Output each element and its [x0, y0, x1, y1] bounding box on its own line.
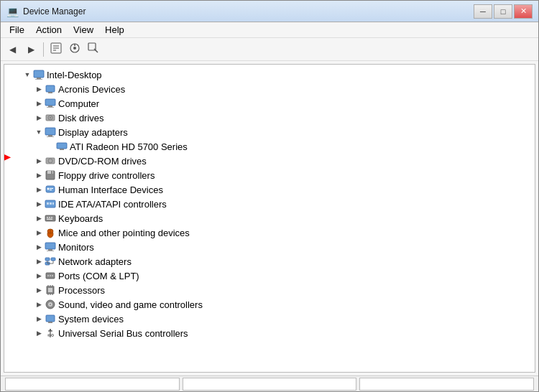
menu-action[interactable]: Action — [30, 23, 68, 37]
toolbar: ◀ ▶ — [1, 38, 538, 61]
mice-expander[interactable]: ▶ — [33, 227, 45, 238]
svg-rect-16 — [47, 107, 54, 108]
update-button[interactable] — [66, 41, 83, 58]
back-icon: ◀ — [9, 45, 16, 55]
minimize-button[interactable]: ─ — [474, 4, 492, 19]
processors-icon — [45, 284, 56, 296]
disk-expander[interactable]: ▶ — [33, 112, 45, 123]
back-button[interactable]: ◀ — [4, 41, 21, 58]
svg-point-31 — [47, 188, 50, 190]
root-icon — [33, 69, 45, 80]
svg-rect-33 — [50, 190, 52, 190]
ports-label: Ports (COM & LPT) — [58, 271, 139, 281]
forward-icon: ▶ — [28, 45, 34, 55]
properties-button[interactable] — [47, 41, 65, 58]
svg-rect-20 — [45, 128, 55, 135]
main-content: ➤ ▼ Intel-Desktop ▶ — [1, 61, 538, 375]
svg-rect-50 — [51, 258, 55, 261]
hid-expander[interactable]: ▶ — [33, 184, 45, 195]
status-section-1 — [5, 378, 180, 391]
keyboards-icon — [45, 213, 56, 224]
computer-icon — [45, 98, 56, 109]
tree-node-mice[interactable]: ▶ Mice and other pointing devices — [22, 225, 535, 240]
svg-rect-42 — [47, 219, 52, 220]
toolbar-separator-1 — [43, 42, 44, 57]
hid-label: Human Interface Devices — [58, 185, 163, 195]
menu-view[interactable]: View — [68, 23, 99, 37]
svg-point-69 — [50, 304, 51, 305]
tree-node-sound[interactable]: ▶ Sound, video and game controllers — [22, 297, 535, 312]
computer-label: Computer — [58, 98, 99, 109]
ide-expander[interactable]: ▶ — [33, 198, 45, 210]
svg-point-19 — [50, 117, 51, 118]
floppy-label: Floppy drive controllers — [58, 170, 155, 181]
svg-point-56 — [47, 275, 49, 276]
tree-node-hid[interactable]: ▶ Human Interface Devices — [22, 182, 535, 197]
status-bar — [1, 375, 538, 391]
monitors-expander[interactable]: ▶ — [33, 241, 45, 253]
tree-node-keyboards[interactable]: ▶ Keyboards — [22, 211, 535, 225]
svg-point-5 — [73, 47, 76, 50]
tree-node-ide[interactable]: ▶ IDE ATA/ATAPI controllers — [22, 197, 535, 211]
tree-node-dvd[interactable]: ▶ DVD/CD-ROM drives — [22, 154, 535, 168]
svg-rect-22 — [47, 136, 54, 137]
usb-expander[interactable]: ▶ — [33, 327, 45, 339]
floppy-icon — [45, 169, 56, 181]
tree-node-ati[interactable]: ▶ ATI Radeon HD 5700 Series — [22, 139, 535, 154]
svg-rect-60 — [48, 288, 52, 292]
display-label: Display adapters — [58, 127, 128, 138]
tree-node-root[interactable]: ▼ Intel-Desktop — [22, 67, 535, 82]
svg-point-57 — [50, 275, 51, 276]
status-section-3 — [359, 378, 534, 391]
tree-node-ports[interactable]: ▶ Ports (COM & LPT) — [22, 269, 535, 283]
dvd-icon — [45, 155, 56, 167]
svg-point-58 — [52, 275, 53, 276]
title-bar: 💻 Device Manager ─ □ ✕ — [1, 1, 538, 22]
tree-node-system[interactable]: ▶ System devices — [22, 312, 535, 326]
system-expander[interactable]: ▶ — [33, 313, 45, 325]
update-icon — [69, 42, 80, 56]
ports-expander[interactable]: ▶ — [33, 270, 45, 281]
ide-icon — [45, 198, 56, 210]
close-button[interactable]: ✕ — [514, 4, 533, 19]
system-label: System devices — [58, 314, 124, 325]
svg-rect-21 — [48, 135, 52, 136]
tree-node-usb[interactable]: ▶ Universal Serial Bus controllers — [22, 326, 535, 340]
menu-file[interactable]: File — [4, 23, 30, 37]
display-expander[interactable]: ▼ — [33, 126, 45, 138]
tree-node-disk[interactable]: ▶ Disk drives — [22, 111, 535, 125]
monitors-label: Monitors — [58, 242, 94, 253]
dvd-expander[interactable]: ▶ — [33, 155, 45, 167]
svg-rect-48 — [47, 251, 54, 251]
tree-node-floppy[interactable]: ▶ Floppy drive controllers — [22, 168, 535, 182]
floppy-expander[interactable]: ▶ — [33, 169, 45, 181]
processors-expander[interactable]: ▶ — [33, 284, 45, 296]
acronis-expander[interactable]: ▶ — [33, 83, 45, 95]
svg-rect-46 — [45, 243, 55, 249]
acronis-label: Acronis Devices — [58, 84, 125, 95]
keyboards-expander[interactable]: ▶ — [33, 213, 45, 224]
ati-label: ATI Radeon HD 5700 Series — [70, 141, 188, 152]
computer-expander[interactable]: ▶ — [33, 98, 45, 109]
dvd-label: DVD/CD-ROM drives — [58, 156, 147, 167]
display-icon — [45, 126, 56, 138]
tree-node-monitors[interactable]: ▶ Monitors — [22, 240, 535, 254]
menu-help[interactable]: Help — [99, 23, 130, 37]
svg-rect-24 — [60, 149, 64, 150]
restore-button[interactable]: □ — [494, 4, 512, 19]
device-tree[interactable]: ➤ ▼ Intel-Desktop ▶ — [4, 64, 535, 373]
tree-node-acronis[interactable]: ▶ Acronis Devices — [22, 82, 535, 96]
network-expander[interactable]: ▶ — [33, 256, 45, 267]
tree-node-processors[interactable]: ▶ Processors — [22, 283, 535, 297]
network-icon — [45, 256, 56, 267]
sound-expander[interactable]: ▶ — [33, 299, 45, 310]
scan-button[interactable] — [85, 41, 102, 58]
root-expander[interactable]: ▼ — [22, 69, 33, 80]
ide-label: IDE ATA/ATAPI controllers — [58, 199, 167, 210]
tree-node-network[interactable]: ▶ Network adapters — [22, 254, 535, 269]
tree-node-computer[interactable]: ▶ Computer — [22, 96, 535, 111]
svg-rect-9 — [34, 70, 44, 78]
red-arrow-indicator: ➤ — [4, 149, 11, 166]
forward-button[interactable]: ▶ — [22, 41, 40, 58]
tree-node-display[interactable]: ▼ Display adapters — [22, 125, 535, 139]
